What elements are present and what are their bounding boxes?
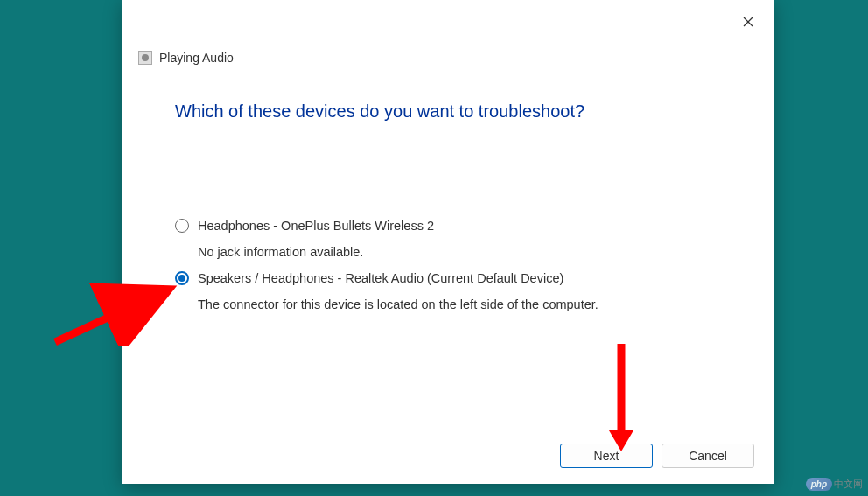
device-description: The connector for this device is located… [198, 297, 718, 311]
radio-selected-icon [175, 271, 189, 285]
radio-unselected-icon [175, 219, 189, 233]
dialog-button-row: Next Cancel [560, 444, 754, 468]
main-heading: Which of these devices do you want to tr… [175, 101, 584, 122]
device-label: Speakers / Headphones - Realtek Audio (C… [198, 271, 564, 285]
dialog-title: Playing Audio [159, 51, 234, 65]
next-button[interactable]: Next [560, 444, 653, 468]
device-option-speakers: Speakers / Headphones - Realtek Audio (C… [175, 271, 718, 311]
watermark-text: 中文网 [834, 478, 863, 491]
close-icon [743, 17, 753, 27]
device-list: Headphones - OnePlus Bullets Wireless 2 … [175, 219, 718, 324]
watermark-logo: php [806, 478, 832, 491]
dialog-header: Playing Audio [138, 51, 234, 65]
radio-row-headphones[interactable]: Headphones - OnePlus Bullets Wireless 2 [175, 219, 718, 233]
audio-troubleshoot-icon [138, 51, 152, 65]
device-option-headphones: Headphones - OnePlus Bullets Wireless 2 … [175, 219, 718, 259]
device-label: Headphones - OnePlus Bullets Wireless 2 [198, 219, 434, 233]
troubleshooter-dialog: Playing Audio Which of these devices do … [122, 0, 774, 484]
device-description: No jack information available. [198, 245, 718, 259]
close-button[interactable] [735, 9, 761, 35]
cancel-button[interactable]: Cancel [662, 444, 754, 468]
radio-row-speakers[interactable]: Speakers / Headphones - Realtek Audio (C… [175, 271, 718, 285]
watermark: php 中文网 [806, 478, 863, 491]
